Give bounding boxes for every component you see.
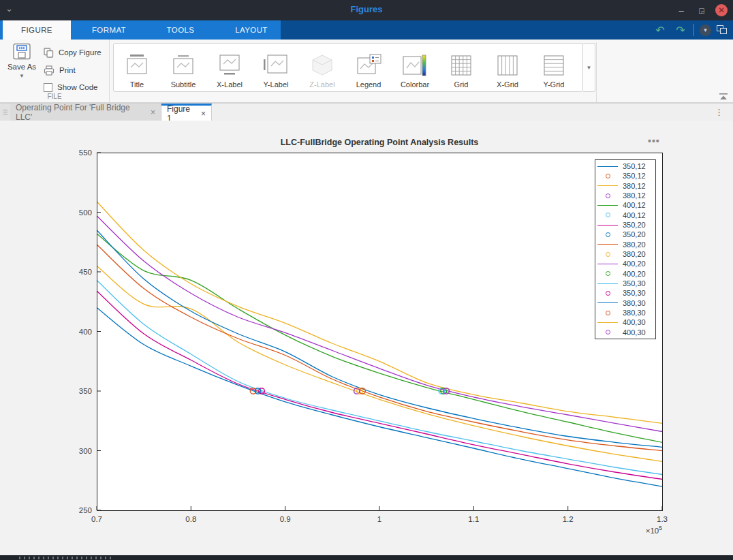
minimize-button[interactable]: – (674, 3, 688, 17)
quick-access-toolbar: ↶ ↷ ▼ (653, 20, 733, 40)
legend-entry: 350,20 (595, 230, 655, 239)
close-tab-icon[interactable]: × (151, 108, 155, 117)
legend-entry: 380,12 (595, 181, 655, 191)
legend-entry-label: 400,20 (623, 270, 646, 278)
axes-toolbar-ellipsis-icon[interactable]: ••• (648, 136, 660, 146)
gallery-item-colorbar[interactable]: Colorbar (392, 44, 438, 91)
ribbon-tab-bar: FIGURE FORMAT TOOLS LAYOUT ↶ ↷ ▼ (0, 20, 733, 40)
legend-entry: 400,12 (595, 200, 655, 210)
save-as-dropdown-icon[interactable]: ▼ (19, 73, 25, 79)
background-window-artifacts (19, 557, 114, 559)
legend-entry: 400,30 (595, 317, 655, 327)
tab-format[interactable]: FORMAT (71, 20, 147, 40)
save-as-button[interactable]: Save As ▼ (4, 43, 40, 92)
legend-line-swatch (595, 166, 620, 167)
doc-tab-operating-point[interactable]: Operating Point For 'Full Bridge LLC' × (10, 104, 161, 121)
document-tab-bar: ☰ Operating Point For 'Full Bridge LLC' … (0, 103, 733, 121)
legend-line-swatch (595, 225, 620, 225)
legend-entry: 380,30 (595, 298, 655, 308)
legend-entry-label: 380,12 (623, 191, 646, 200)
gallery-item-label: X-Label (217, 80, 243, 89)
undo-icon[interactable]: ↶ (653, 22, 668, 37)
legend-line-swatch (595, 302, 620, 303)
svg-text:550: 550 (79, 149, 92, 157)
gallery-item-grid[interactable]: Grid (438, 44, 484, 91)
gallery-item-y-grid[interactable]: Y-Grid (531, 44, 577, 91)
new-window-icon[interactable] (717, 25, 728, 35)
window-title: Figures (0, 4, 733, 14)
legend-entry: 350,12 (595, 161, 655, 171)
tab-format-label: FORMAT (92, 26, 126, 34)
close-button[interactable]: ✕ (715, 4, 728, 16)
show-code-label: Show Code (57, 83, 97, 91)
tab-figure[interactable]: FIGURE (3, 20, 71, 40)
tab-overflow-kebab-icon[interactable]: ⋮ (715, 107, 723, 117)
gallery-item-z-label: Z-Label (299, 44, 345, 91)
legend-line-swatch (595, 283, 620, 284)
tab-tools[interactable]: TOOLS (147, 20, 214, 40)
legend-entry-label: 350,12 (623, 172, 646, 180)
tab-tools-label: TOOLS (167, 26, 195, 34)
gallery-item-label: Colorbar (401, 80, 429, 89)
checkbox-icon[interactable] (44, 83, 52, 92)
doc-tab-label: Operating Point For 'Full Bridge LLC' (16, 103, 146, 122)
toolstrip: Save As ▼ Copy Figure Print (0, 40, 733, 103)
collapse-toolstrip-icon[interactable] (718, 91, 729, 99)
legend-entry-label: 350,20 (623, 221, 646, 229)
close-tab-icon[interactable]: × (201, 109, 206, 119)
show-code-checkbox[interactable]: Show Code (44, 80, 97, 94)
legend-marker-swatch (595, 291, 620, 296)
print-button[interactable]: Print (44, 63, 76, 77)
svg-text:0.7: 0.7 (91, 515, 102, 523)
legend-entry-label: 380,20 (623, 240, 646, 249)
background-window-strip (0, 555, 733, 560)
tab-figure-label: FIGURE (21, 26, 52, 34)
legend-entry-label: 350,30 (623, 289, 646, 297)
title-bar: ⌄ Figures – ◲ ✕ (0, 0, 733, 20)
legend-line-swatch (595, 185, 620, 186)
gallery-item-legend[interactable]: Legend (345, 44, 392, 91)
gallery-item-title[interactable]: Title (114, 44, 160, 91)
save-icon (12, 43, 31, 61)
redo-icon[interactable]: ↷ (673, 22, 688, 37)
svg-text:300: 300 (79, 447, 92, 455)
gallery-item-x-grid[interactable]: X-Grid (484, 44, 531, 91)
legend-entry: 400,12 (595, 211, 655, 220)
svg-text:0.8: 0.8 (185, 515, 196, 523)
gallery-item-x-label[interactable]: X-Label (206, 44, 253, 91)
gallery-item-label: Y-Grid (544, 80, 565, 89)
svg-text:×105: ×105 (646, 525, 663, 535)
legend-entry-label: 400,12 (623, 201, 646, 209)
legend-entry-label: 350,30 (623, 279, 646, 287)
legend-entry-label: 400,20 (623, 260, 646, 268)
legend-entry: 380,12 (595, 191, 655, 200)
tab-layout[interactable]: LAYOUT (214, 20, 289, 40)
restore-button[interactable]: ◲ (695, 3, 708, 17)
legend-marker-swatch (595, 193, 620, 198)
tab-grip-icon[interactable]: ☰ (0, 104, 10, 121)
legend-entry-label: 380,30 (623, 299, 646, 307)
gallery-item-subtitle[interactable]: Subtitle (160, 44, 206, 91)
copy-figure-label: Copy Figure (59, 48, 102, 57)
gallery-dropdown-icon[interactable]: ▼ (583, 43, 595, 92)
doc-tab-figure-1[interactable]: Figure 1 × (161, 104, 212, 121)
legend-line-swatch (595, 205, 620, 206)
title-icon (123, 54, 151, 78)
legend-icon (355, 54, 382, 78)
legend-entry: 380,20 (595, 249, 655, 259)
legend-entry: 350,12 (595, 171, 655, 181)
legend-marker-swatch (595, 252, 620, 257)
print-icon (44, 65, 54, 76)
gallery-item-label: Title (130, 80, 144, 89)
grid-icon (448, 54, 475, 78)
gallery-item-label: X-Grid (497, 80, 518, 89)
gallery-item-label: Subtitle (171, 80, 196, 89)
legend-marker-swatch (595, 330, 620, 335)
toolstrip-options-icon[interactable]: ▼ (700, 25, 711, 36)
legend-marker-swatch (595, 174, 620, 178)
svg-text:1.1: 1.1 (468, 515, 479, 523)
legend[interactable]: 350,12350,12380,12380,12400,12400,12350,… (595, 159, 656, 339)
copy-figure-button[interactable]: Copy Figure (44, 46, 102, 59)
legend-entry-label: 350,20 (623, 230, 646, 238)
gallery-item-y-label[interactable]: Y-Label (253, 44, 299, 91)
